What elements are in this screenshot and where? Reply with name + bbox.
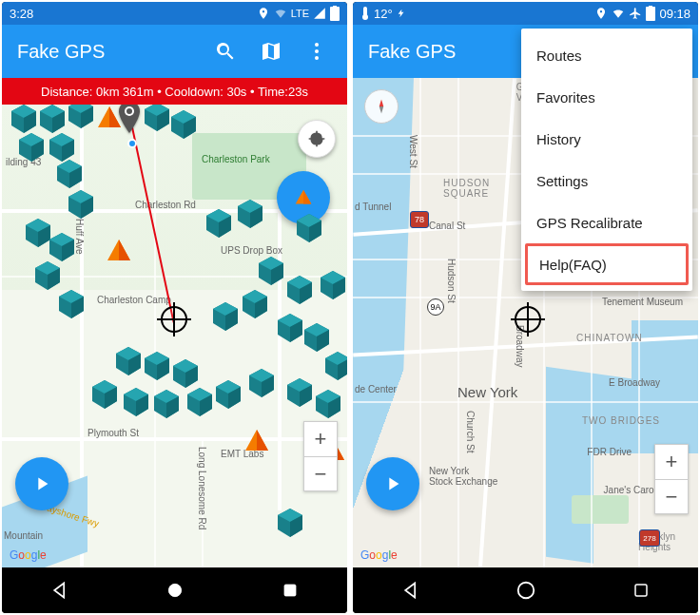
compass-button[interactable] xyxy=(364,89,399,124)
svg-rect-8 xyxy=(284,585,296,596)
nav-bar xyxy=(353,567,698,613)
status-bar: 12° 09:18 xyxy=(353,2,698,25)
nav-bar xyxy=(2,567,347,613)
nav-recent-button[interactable] xyxy=(628,577,654,604)
map-label: UPS Drop Box xyxy=(221,245,282,256)
status-bar: 3:28 LTE xyxy=(2,2,347,25)
zoom-in-button[interactable]: + xyxy=(655,445,688,479)
map-label: E Broadway xyxy=(609,377,660,388)
map-label: TWO BRIDGES xyxy=(582,415,660,426)
map-label: Mountain xyxy=(4,530,43,541)
play-icon xyxy=(382,473,403,494)
menu-item-settings[interactable]: Settings xyxy=(521,160,692,202)
map-label: d Tunnel xyxy=(355,202,391,212)
overflow-menu: Routes Favorites History Settings GPS Re… xyxy=(521,29,692,291)
svg-point-7 xyxy=(168,584,181,596)
phone-left: 3:28 LTE Fake GPS Distance: 0km 361m • C… xyxy=(2,2,347,613)
signal-icon xyxy=(313,7,326,20)
status-time: 3:28 xyxy=(10,7,33,21)
route-shield: 9A xyxy=(427,298,444,316)
lightning-icon xyxy=(397,7,406,20)
map-label: Charleston Rd xyxy=(135,200,196,210)
map-label: Charleston Park xyxy=(202,154,270,164)
overflow-button[interactable] xyxy=(298,32,336,70)
map-label: New York xyxy=(457,384,517,400)
map-label: HUDSON SQUARE xyxy=(443,178,490,199)
more-vert-icon xyxy=(305,40,328,63)
nav-back-button[interactable] xyxy=(398,577,424,604)
map-label: Plymouth St xyxy=(88,428,139,438)
svg-rect-11 xyxy=(646,7,655,21)
phone-right: 12° 09:18 Fake GPS xyxy=(353,2,698,613)
menu-item-recalibrate[interactable]: GPS Recalibrate xyxy=(521,202,692,243)
battery-icon xyxy=(330,6,340,21)
airplane-icon xyxy=(629,7,642,20)
svg-point-6 xyxy=(126,108,132,114)
zoom-control: + − xyxy=(303,421,338,491)
app-bar: Fake GPS xyxy=(2,25,347,78)
svg-rect-0 xyxy=(330,7,340,21)
map-label: Huff Ave xyxy=(74,219,85,254)
location-icon xyxy=(257,7,270,20)
svg-rect-14 xyxy=(635,585,647,596)
route-shield: 78 xyxy=(410,211,429,228)
network-label: LTE xyxy=(291,8,309,19)
menu-item-help[interactable]: Help(FAQ) xyxy=(525,243,689,285)
my-location-icon xyxy=(307,129,326,148)
svg-point-10 xyxy=(362,14,368,20)
nav-back-button[interactable] xyxy=(47,577,73,604)
map-icon xyxy=(260,40,282,63)
wifi-icon xyxy=(274,7,287,20)
nav-home-button[interactable] xyxy=(162,577,188,604)
svg-rect-1 xyxy=(333,6,337,8)
svg-point-4 xyxy=(315,56,319,60)
search-icon xyxy=(214,40,237,63)
location-icon xyxy=(594,7,608,20)
map-label: Long Lonesome Rd xyxy=(197,447,207,529)
map-label: ilding 43 xyxy=(6,157,41,167)
alert-text: Distance: 0km 361m • Cooldown: 30s • Tim… xyxy=(41,85,308,99)
app-title: Fake GPS xyxy=(17,41,199,63)
status-time: 09:18 xyxy=(659,7,690,21)
start-fab[interactable] xyxy=(15,457,68,510)
map-mode-button[interactable] xyxy=(252,32,290,70)
map-label: FDR Drive xyxy=(587,447,632,457)
menu-item-favorites[interactable]: Favorites xyxy=(521,76,692,118)
map-label: CHINATOWN xyxy=(576,333,643,343)
nav-home-button[interactable] xyxy=(513,577,539,604)
map-view[interactable]: ilding 43 Charleston Park Charleston Rd … xyxy=(2,105,347,567)
compass-icon xyxy=(373,98,390,115)
map-label: Hudson St xyxy=(446,259,457,303)
my-location-button[interactable] xyxy=(298,120,336,158)
menu-item-routes[interactable]: Routes xyxy=(521,34,692,76)
thermometer-icon xyxy=(360,7,370,20)
map-label: West St xyxy=(408,135,418,168)
search-button[interactable] xyxy=(206,32,244,70)
pyramid-icon xyxy=(293,187,314,208)
nav-recent-button[interactable] xyxy=(277,577,303,604)
zoom-control: + − xyxy=(654,444,689,514)
svg-point-3 xyxy=(315,49,319,53)
orientation-fab[interactable] xyxy=(277,171,330,224)
zoom-out-button[interactable]: − xyxy=(655,479,688,513)
wifi-icon xyxy=(612,7,625,20)
svg-point-13 xyxy=(517,583,534,599)
map-label: New York Stock Exchange xyxy=(429,466,497,487)
map-label: Tenement Museum xyxy=(602,297,683,307)
map-label: Charleston Camp xyxy=(97,295,171,305)
map-label: de Center xyxy=(355,384,397,394)
svg-point-2 xyxy=(315,43,319,47)
zoom-out-button[interactable]: − xyxy=(304,456,337,490)
status-temperature: 12° xyxy=(374,7,393,21)
zoom-in-button[interactable]: + xyxy=(304,422,337,456)
menu-item-history[interactable]: History xyxy=(521,118,692,160)
google-logo: Google xyxy=(10,548,47,562)
current-location-dot xyxy=(127,139,137,148)
svg-rect-12 xyxy=(649,6,652,8)
route-shield: 278 xyxy=(639,529,660,547)
alert-strip: Distance: 0km 361m • Cooldown: 30s • Tim… xyxy=(2,78,347,105)
battery-icon xyxy=(646,6,655,21)
start-fab[interactable] xyxy=(366,457,419,510)
play-icon xyxy=(31,473,52,494)
google-logo: Google xyxy=(360,548,398,562)
